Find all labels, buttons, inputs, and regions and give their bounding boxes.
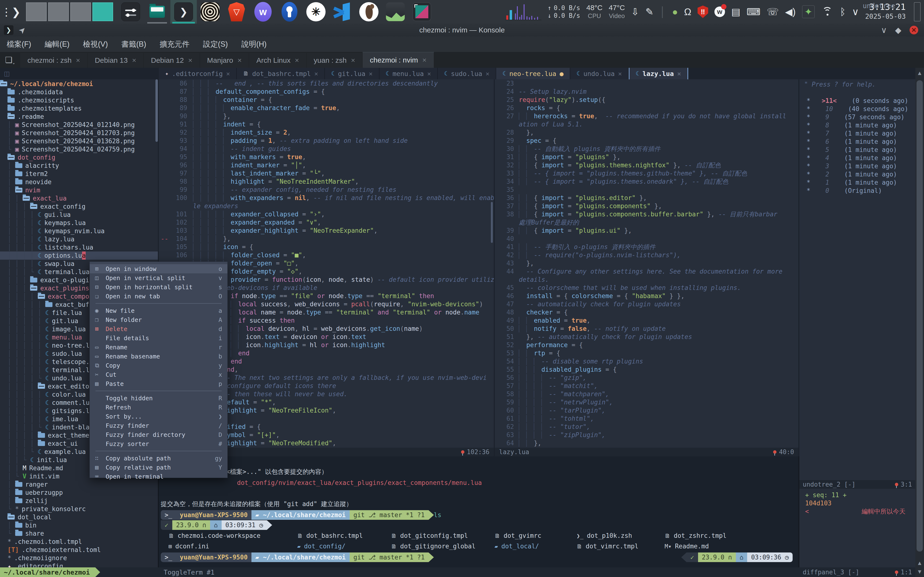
vscode-icon[interactable] (329, 0, 355, 24)
buffer-tab-lazy-lua[interactable]: ☾lazy.lua× (629, 68, 688, 79)
context-menu-item-rename[interactable]: ▭Renamer (90, 343, 228, 352)
tree-item-zellij[interactable]: │ zellij (0, 497, 158, 505)
tree-item-ueberzugpp[interactable]: │ ueberzugpp (0, 488, 158, 497)
context-menu-item-refresh[interactable]: RefreshR (90, 403, 228, 412)
editor-mid-scrollbar-thumb[interactable] (491, 202, 493, 243)
tree-item-nvim[interactable]: │ nvim (0, 186, 158, 194)
tree-item-exact-lua[interactable]: │ │ exact_lua (0, 194, 158, 202)
menu-item-4[interactable]: 擴充元件 (160, 39, 190, 49)
undotree-entry-3[interactable]: * 3 (1 minute ago) (806, 162, 897, 170)
context-menu-item-fuzzy-finder-directory[interactable]: Fuzzy finder directoryD (90, 430, 228, 439)
system-settings-icon[interactable] (118, 0, 144, 24)
color-picker-icon[interactable]: ✎ (645, 6, 654, 17)
undotree-entry-2[interactable]: * 2 (1 minute ago) (806, 170, 897, 178)
context-menu-item-open-in-window[interactable]: ⊞Open in windowo (90, 264, 228, 273)
context-menu-item-open-in-terminal[interactable]: ⌨Open in terminal (90, 472, 228, 481)
undotree-entry-10[interactable]: * 10 (40 seconds ago) (806, 105, 908, 113)
buffer-tab-dot-bashrc-tmpl[interactable]: 🗎dot_bashrc.tmpl× (237, 68, 325, 79)
buffer-tab-undo-lua[interactable]: ☾undo.lua× (570, 68, 629, 79)
context-menu-item-copy-absolute-path[interactable]: ∷Copy absolute pathgy (90, 454, 228, 463)
context-menu-item-new-file[interactable]: ◉New filea (90, 306, 228, 315)
undotree-entry-9[interactable]: * 9 (57 seconds ago) (806, 113, 905, 121)
tree-item-share[interactable]: └ share (0, 529, 158, 538)
konsole-tab-chezmoi-nvim[interactable]: chezmoi : nvim× (363, 52, 434, 68)
context-menu-item-sort-by-[interactable]: Sort by...❯ (90, 412, 228, 421)
tree-item-gui-lua[interactable]: │ │ │ │ ☾gui.lua (0, 211, 158, 219)
volume-icon[interactable]: ◀) (785, 6, 796, 17)
konsole-icon[interactable]: ❯ (170, 0, 197, 24)
context-menu-item-fuzzy-sorter[interactable]: Fuzzy sorter# (90, 439, 228, 448)
tab-close-icon[interactable]: × (188, 56, 192, 64)
buffer-close-icon[interactable]: × (486, 70, 489, 77)
tree-item--chezmoitemplates[interactable]: .chezmoitemplates (0, 104, 158, 113)
tab-close-icon[interactable]: × (295, 56, 299, 64)
show-desktop-button[interactable] (914, 2, 921, 21)
tab-close-icon[interactable]: × (76, 56, 80, 64)
tree-item-exact-config[interactable]: │ │ │ exact_config (0, 202, 158, 211)
undotree-entry-4[interactable]: * 4 (1 minute ago) (806, 154, 897, 162)
context-menu-item-copy[interactable]: ⧉Copyy (90, 361, 228, 370)
context-menu-item-toggle-hidden[interactable]: Toggle hiddenR (90, 393, 228, 403)
tab-close-icon[interactable]: × (422, 56, 426, 64)
tree-item-keymaps-lua[interactable]: │ │ │ │ ☾keymaps.lua (0, 219, 158, 227)
desktop-3[interactable] (70, 2, 91, 21)
menu-item-3[interactable]: 書籤(B) (121, 39, 146, 49)
close-button[interactable]: ✕ (909, 26, 918, 34)
scroll-up-icon[interactable]: ▲ (915, 560, 924, 566)
context-menu-item-open-in-new-tab[interactable]: ❏Open in new tabO (90, 292, 228, 301)
context-menu-item-rename-basename[interactable]: ▭Rename basenameb (90, 352, 228, 361)
menu-item-6[interactable]: 說明(H) (241, 39, 267, 49)
tab-close-icon[interactable]: × (237, 56, 242, 64)
dbeaver-icon[interactable] (355, 0, 382, 24)
tree-item-keymaps-nvim-lua[interactable]: │ │ │ │ ☾keymaps_nvim.lua (0, 227, 158, 235)
tree-item-listchars-lua[interactable]: │ │ │ │ ☾listchars.lua (0, 243, 158, 251)
konsole-tab-chezmoi-zsh[interactable]: chezmoi : zsh× (20, 53, 87, 68)
tree-item-dot-config[interactable]: dot_config (0, 153, 158, 161)
tree-item-private-konsolerc[interactable]: └ *private_konsolerc (0, 505, 158, 513)
konsole-tab-yuan-zsh[interactable]: yuan : zsh× (307, 53, 363, 68)
buffer-tab-menu-lua[interactable]: ☾menu.lua× (380, 68, 438, 79)
headset-icon[interactable]: ☏ (767, 6, 779, 17)
tree-item-iterm2[interactable]: │ iterm2 (0, 170, 158, 178)
tree-item-ranger[interactable]: │ ranger (0, 480, 158, 488)
context-menu-item-new-folder[interactable]: ❒New folderA (90, 315, 228, 324)
tree-item-screenshot-20250424-024759-png[interactable]: └ ▣Screenshot_20250424_024759.png (0, 145, 158, 153)
buffer-tab-sudo-lua[interactable]: ☾sudo.lua× (438, 68, 496, 79)
tree-item-screenshot-20250424-012140-png[interactable]: │ ▣Screenshot_20250424_012140.png (0, 121, 158, 129)
editor-lazy-lua[interactable]: 2324-- Setup lazy.nvim25require("lazy").… (495, 79, 798, 448)
dolphin-file-manager-icon[interactable] (144, 0, 170, 24)
context-menu-item-cut[interactable]: ✂Cutx (90, 370, 228, 379)
badge-app-icon[interactable]: w (714, 6, 725, 17)
messenger-app-icon[interactable]: w (250, 0, 276, 24)
chatgpt-icon[interactable]: ✳ (303, 0, 329, 24)
screenshot-tool-icon[interactable] (409, 0, 435, 24)
tree-item-neovide[interactable]: │ neovide (0, 178, 158, 186)
context-menu-item-copy-relative-path[interactable]: ▤Copy relative pathY (90, 463, 228, 472)
tree-item--chezmoiignore[interactable]: *.chezmoiignore (0, 554, 158, 562)
tree-item-dot-local[interactable]: dot_local (0, 513, 158, 521)
tree-item-bin[interactable]: │ bin (0, 521, 158, 529)
input-method-icon[interactable]: ✦ (802, 5, 815, 18)
tree-item--chezmoi-toml-tmpl[interactable]: *.chezmoi.toml.tmpl (0, 538, 158, 546)
app-launcher-icon[interactable]: ⋮❯ (0, 0, 22, 24)
context-menu-item-fuzzy-finder[interactable]: Fuzzy finder/ (90, 421, 228, 430)
clipboard-icon[interactable]: ▤ (731, 6, 740, 17)
context-menu-item-open-in-horizontal-split[interactable]: ⊟Open in horizontal splits (90, 282, 228, 292)
konsole-tab-debian-12[interactable]: Debian 12× (144, 53, 200, 68)
konsole-scrollbar[interactable]: ▲ ▲ ▼ (915, 68, 924, 577)
minimize-button[interactable]: ∨ (881, 25, 887, 35)
buffer-close-icon[interactable]: × (368, 70, 373, 77)
tree-item--chezmoiexternal-toml[interactable]: [T].chezmoiexternal.toml (0, 546, 158, 554)
undotree-entry-8[interactable]: * 8 (1 minute ago) (806, 121, 897, 129)
notifications-bell-icon[interactable]: Ω (684, 6, 691, 17)
context-menu-item-paste[interactable]: ▤Pastep (90, 379, 228, 388)
menu-item-2[interactable]: 檢視(V) (83, 39, 108, 49)
desktop-1[interactable] (26, 2, 47, 21)
buffer-close-icon[interactable]: × (314, 70, 318, 77)
bluetooth-icon[interactable]: ᛒ (840, 6, 846, 17)
buffer-tab-neo-tree-lua[interactable]: ☾neo-tree.lua● (496, 68, 570, 79)
konsole-tab-manjaro[interactable]: Manjaro× (200, 53, 249, 68)
buffer-close-icon[interactable]: × (677, 70, 681, 77)
toggleterm-terminal[interactable]: <檔案>..." 以包含要提交的內容）dot_config/nvim/exact… (159, 456, 798, 567)
network-graph-applet[interactable] (505, 3, 541, 20)
